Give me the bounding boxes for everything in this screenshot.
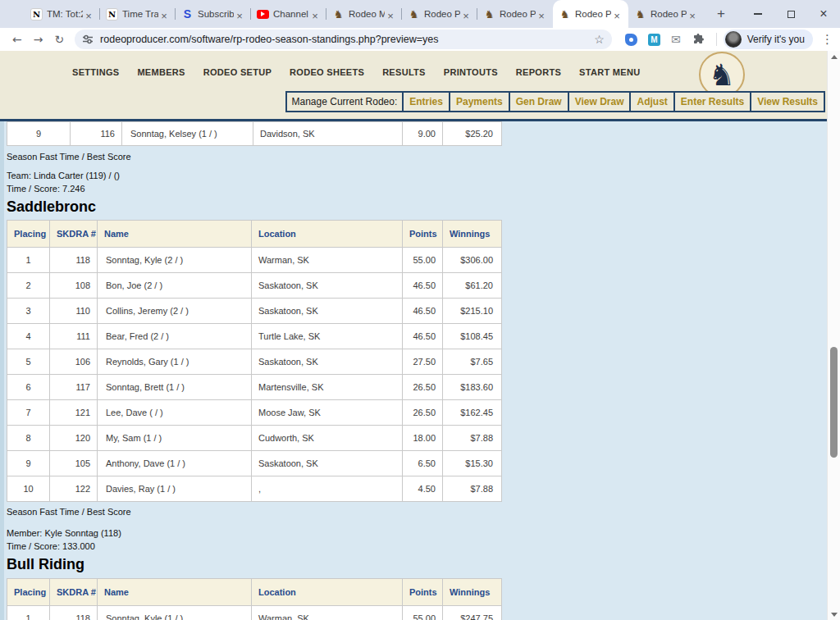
cell-location: Martensville, SK [252, 375, 403, 400]
manage-button[interactable]: View Results [750, 93, 824, 111]
tab-close-icon[interactable] [234, 8, 245, 20]
tab-close-icon[interactable] [687, 8, 698, 20]
browser-menu-dots-icon[interactable] [821, 32, 833, 47]
tab-title: Subscrib [198, 9, 234, 19]
back-button[interactable] [7, 33, 28, 46]
standings-row: 7 121 Lee, Dave ( / ) Moose Jaw, SK 26.5… [7, 400, 502, 426]
menu-item[interactable]: SETTINGS [72, 67, 119, 77]
avatar [725, 31, 742, 48]
cell-name: Sonntag, Brett (1 / ) [98, 375, 252, 400]
cell-points: 6.50 [403, 451, 443, 476]
cell-name: Bon, Joe (2 / ) [98, 273, 252, 299]
cell-points: 46.50 [403, 273, 443, 299]
manage-button[interactable]: Enter Results [673, 93, 750, 111]
bookmark-star-icon[interactable] [594, 32, 605, 47]
tab-close-icon[interactable] [158, 8, 170, 20]
manage-button[interactable]: Gen Draw [509, 93, 568, 111]
tab-title: Rodeo Pr [424, 9, 460, 19]
tag-extension-icon[interactable] [625, 34, 637, 46]
menu-item[interactable]: REPORTS [516, 67, 561, 77]
tab-subscribr[interactable]: S Subscrib [176, 0, 251, 28]
window-close-button[interactable] [807, 0, 840, 28]
manage-button[interactable]: View Draw [568, 93, 630, 111]
menu-item[interactable]: RESULTS [382, 67, 426, 77]
manage-current-rodeo-bar: Manage Current Rodeo: EntriesPaymentsGen… [285, 91, 825, 112]
column-header: SKDRA # [50, 579, 98, 606]
bull-riding-table: PlacingSKDRA #NameLocationPointsWinnings… [7, 578, 502, 620]
tab-close-icon[interactable] [536, 8, 547, 20]
page-scrollbar[interactable] [827, 51, 840, 620]
cell-winnings: $7.88 [443, 476, 502, 502]
cell-location: Moose Jaw, SK [252, 400, 403, 426]
cell-points: 26.50 [403, 400, 443, 426]
cell-name: Sonntag, Kyle (2 / ) [98, 248, 252, 273]
column-header: Points [403, 221, 443, 248]
tab-channel[interactable]: Channel [251, 0, 326, 28]
horse-icon [408, 8, 420, 21]
cell-skdra: 108 [50, 273, 98, 299]
menu-item[interactable]: RODEO SHEETS [290, 67, 364, 77]
tab-close-icon[interactable] [385, 8, 396, 20]
standings-row: 9 116 Sonntag, Kelsey (1 / ) Davidson, S… [7, 122, 502, 146]
mail-extension-icon[interactable] [671, 32, 681, 47]
saddlebronc-table: PlacingSKDRA #NameLocationPointsWinnings… [7, 220, 502, 502]
cell-name: Sonntag, Kyle (1 / ) [98, 606, 252, 620]
browser-window: N TM: Tot:2 N Time Trac S Subscrib Chann… [0, 0, 840, 620]
m-extension-icon[interactable]: M [648, 34, 660, 46]
scroll-up-arrow-icon[interactable] [831, 55, 838, 59]
minimize-button[interactable] [742, 0, 774, 28]
tab-rodeo-pr-1[interactable]: Rodeo Pr [402, 0, 477, 28]
tab-close-icon[interactable] [460, 8, 472, 20]
column-header: Name [98, 579, 252, 606]
menu-item[interactable]: RODEO SETUP [203, 67, 272, 77]
tab-rodeo-m[interactable]: Rodeo M [326, 0, 402, 28]
scroll-down-arrow-icon[interactable] [831, 613, 838, 617]
cell-placing: 3 [7, 299, 50, 324]
tab-rodeo-pr-3[interactable]: Rodeo Pr [628, 0, 704, 28]
extensions-puzzle-icon[interactable] [692, 33, 705, 46]
column-header: Winnings [443, 579, 502, 606]
tab-close-icon[interactable] [83, 8, 94, 20]
cell-skdra: 110 [50, 299, 98, 324]
saddlebronc-rows: 1 118 Sonntag, Kyle (2 / ) Warman, SK 55… [7, 248, 502, 502]
tab-time-track[interactable]: N Time Trac [100, 0, 176, 28]
menu-item[interactable]: START MENU [579, 67, 640, 77]
cell-placing: 9 [7, 451, 50, 476]
url-text[interactable]: rodeoproducer.com/software/rp-rodeo-seas… [100, 34, 594, 45]
address-bar[interactable]: rodeoproducer.com/software/rp-rodeo-seas… [75, 30, 612, 49]
manage-button[interactable]: Entries [402, 93, 449, 111]
new-tab-button[interactable] [712, 5, 730, 23]
manage-label: Manage Current Rodeo: [287, 93, 403, 111]
cell-winnings: $7.65 [443, 349, 502, 375]
scrollbar-thumb[interactable] [830, 347, 838, 458]
cell-points: 9.00 [403, 122, 443, 146]
horse-icon [634, 8, 646, 21]
cell-points: 55.00 [403, 248, 443, 273]
tab-rodeo-pr-2[interactable]: Rodeo Pr [477, 0, 553, 28]
manage-button[interactable]: Payments [449, 93, 509, 111]
column-header: Placing [7, 221, 50, 248]
tab-close-icon[interactable] [309, 8, 321, 20]
column-header: Winnings [443, 221, 502, 248]
cell-skdra: 118 [50, 248, 98, 273]
maximize-button[interactable] [774, 0, 807, 28]
column-header: Placing [7, 579, 50, 606]
column-header: Name [98, 221, 252, 248]
tab-tm-tot[interactable]: N TM: Tot:2 [25, 0, 100, 28]
previous-event-rows: 9 116 Sonntag, Kelsey (1 / ) Davidson, S… [7, 122, 502, 146]
profile-button[interactable]: Verify it's you [724, 30, 813, 49]
site-info-icon[interactable] [82, 34, 94, 45]
cell-winnings: $25.20 [443, 122, 502, 146]
menu-item[interactable]: MEMBERS [137, 67, 185, 77]
cell-placing: 1 [7, 248, 50, 273]
cell-location: Davidson, SK [253, 122, 403, 146]
cell-winnings: $108.45 [443, 324, 502, 349]
manage-button[interactable]: Adjust [629, 93, 673, 111]
time-score-line: Time / Score: 133.000 [7, 541, 827, 552]
cell-location: Warman, SK [252, 606, 403, 620]
reload-button[interactable] [48, 33, 70, 46]
tab-rodeo-pr-active[interactable]: Rodeo Pr [553, 0, 628, 28]
tab-close-icon[interactable] [611, 8, 623, 20]
menu-item[interactable]: PRINTOUTS [444, 67, 498, 77]
forward-button[interactable] [28, 33, 49, 46]
